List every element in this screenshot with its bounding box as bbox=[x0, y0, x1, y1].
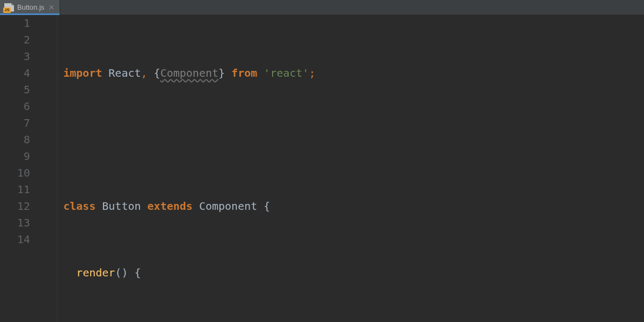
line-number: 12 bbox=[0, 198, 30, 215]
line-number: 14 bbox=[0, 231, 30, 248]
line-number: 9 bbox=[0, 148, 30, 165]
line-number: 11 bbox=[0, 181, 30, 198]
code-area[interactable]: import React, {Component} from 'react'; … bbox=[42, 15, 644, 322]
code-row[interactable]: render() { bbox=[63, 265, 644, 281]
js-file-icon: JS bbox=[4, 3, 14, 12]
line-number: 4 bbox=[0, 65, 30, 82]
code-editor[interactable]: 1234567891011121314 import React, {Compo… bbox=[0, 15, 644, 322]
line-number: 10 bbox=[0, 165, 30, 181]
code-lines[interactable]: import React, {Component} from 'react'; … bbox=[42, 15, 644, 322]
line-number: 3 bbox=[0, 48, 30, 65]
code-row[interactable]: import React, {Component} from 'react'; bbox=[63, 65, 644, 82]
code-row[interactable] bbox=[63, 131, 644, 148]
unused-import[interactable]: Component bbox=[160, 67, 218, 79]
line-number: 7 bbox=[0, 115, 30, 131]
line-number: 8 bbox=[0, 131, 30, 148]
line-number-gutter: 1234567891011121314 bbox=[0, 15, 42, 322]
tab-bar: JS Button.js bbox=[0, 0, 644, 15]
close-icon[interactable] bbox=[49, 5, 54, 10]
line-number: 2 bbox=[0, 32, 30, 48]
file-tab[interactable]: JS Button.js bbox=[0, 0, 60, 14]
line-number: 13 bbox=[0, 215, 30, 231]
code-row[interactable]: class Button extends Component { bbox=[63, 198, 644, 215]
js-badge: JS bbox=[3, 8, 11, 13]
line-number: 5 bbox=[0, 82, 30, 98]
line-number: 1 bbox=[0, 15, 30, 32]
line-number: 6 bbox=[0, 98, 30, 115]
tab-filename: Button.js bbox=[17, 3, 45, 11]
